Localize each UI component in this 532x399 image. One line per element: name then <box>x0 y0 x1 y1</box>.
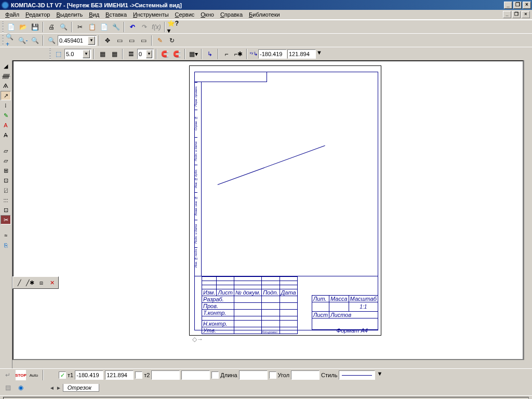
restore-button[interactable]: ❐ <box>513 2 522 9</box>
params-button[interactable]: ⁞ <box>1 101 11 110</box>
t1-x-input[interactable] <box>75 370 103 380</box>
layer-input[interactable] <box>139 51 146 57</box>
state-button-2[interactable]: ▦ <box>109 48 120 60</box>
toolbar-grip[interactable] <box>49 49 51 59</box>
cut-button[interactable]: ✂ <box>74 21 86 33</box>
angle-lock[interactable] <box>269 371 276 379</box>
zoom-prev-button[interactable]: ▭ <box>126 35 137 46</box>
zoom-scale-button[interactable]: 🔍 <box>46 35 57 46</box>
spec-button[interactable]: A̶ <box>1 130 11 140</box>
menu-library[interactable]: Библиотеки <box>246 10 283 19</box>
dimension-button[interactable]: ᚏ <box>1 71 11 81</box>
menu-window[interactable]: Окно <box>197 10 217 19</box>
toolbar-grip[interactable] <box>2 35 4 46</box>
state-button-1[interactable]: ▦ <box>97 48 108 60</box>
toolbar-grip[interactable] <box>2 22 4 32</box>
fx-button[interactable]: f(x) <box>151 21 162 33</box>
minimize-button[interactable]: _ <box>504 2 512 9</box>
tool-h-button[interactable]: ≈ <box>1 231 11 240</box>
trim-1-button[interactable]: ╱ <box>14 278 24 287</box>
paste-button[interactable]: 📄 <box>98 21 110 33</box>
grid-button[interactable]: ▦▾ <box>188 48 199 60</box>
dropdown-icon[interactable]: ▼ <box>88 36 95 45</box>
thickness-combo[interactable]: ▼ <box>64 49 91 59</box>
tool-f-button[interactable]: ::: <box>1 195 11 205</box>
mdi-close-button[interactable]: × <box>522 11 530 18</box>
menu-help[interactable]: Справка <box>217 10 246 19</box>
t2-y-input[interactable] <box>181 370 210 380</box>
layers-button[interactable]: 𝌆 <box>125 48 137 60</box>
select-button[interactable]: A <box>1 121 11 130</box>
ortho-button[interactable]: ↳ <box>204 48 216 60</box>
preview-button[interactable]: 🔍 <box>58 21 69 33</box>
thickness-input[interactable] <box>66 51 83 57</box>
redraw-button[interactable]: ✎ <box>154 35 166 46</box>
style-combo[interactable] <box>339 370 375 380</box>
menu-insert[interactable]: Вставка <box>102 10 130 19</box>
stop-button[interactable]: STOP <box>15 369 26 381</box>
properties-button[interactable]: 🔧 <box>110 21 122 33</box>
measure-button[interactable]: ✎ <box>1 111 11 120</box>
trim-2-button[interactable]: ╱✱ <box>25 278 35 287</box>
undo-button[interactable]: ↶ <box>127 21 138 33</box>
mdi-minimize-button[interactable]: _ <box>503 11 511 18</box>
copy-button[interactable]: 📋 <box>86 21 98 33</box>
trim-3-button[interactable]: ⧇ <box>36 278 46 287</box>
coord-y-input[interactable] <box>287 49 316 59</box>
panel-btn-1[interactable]: ▤ <box>2 382 14 393</box>
apply-button[interactable]: ↵ <box>2 369 14 381</box>
t1-lock[interactable]: ✓ <box>59 371 66 379</box>
dropdown-icon[interactable]: ▼ <box>146 50 152 58</box>
layer-combo[interactable]: ▼ <box>137 49 154 59</box>
tab-next-icon[interactable]: ► <box>56 385 61 391</box>
zoom-combo[interactable]: ▼ <box>58 35 97 46</box>
menu-select[interactable]: Выделить <box>53 10 86 19</box>
menu-tools[interactable]: Инструменты <box>130 10 172 19</box>
mdi-restore-button[interactable]: ❐ <box>512 11 521 18</box>
open-button[interactable]: 📂 <box>17 21 29 33</box>
zoom-fit-button[interactable]: ▭ <box>114 35 125 46</box>
close-button[interactable]: × <box>523 2 531 9</box>
geometry-button[interactable]: ◢ <box>1 61 11 71</box>
horizontal-scrollbar[interactable] <box>12 360 532 368</box>
tool-g-button[interactable]: ⊡ <box>1 205 11 215</box>
t2-x-input[interactable] <box>151 370 180 380</box>
t1-y-input[interactable] <box>105 370 134 380</box>
tool-a-button[interactable]: ▱ <box>1 146 11 155</box>
tab-segment[interactable]: Отрезок <box>63 384 99 392</box>
t2-lock[interactable] <box>135 371 142 379</box>
dropdown-icon[interactable]: ▼ <box>316 49 324 59</box>
zoom-window-button[interactable]: 🔍 <box>29 35 41 46</box>
dropdown-icon[interactable]: ▼ <box>377 370 384 380</box>
redo-button[interactable]: ↷ <box>139 21 150 33</box>
lcs-set-button[interactable]: ⌐✱ <box>233 48 244 60</box>
save-button[interactable]: 💾 <box>29 21 41 33</box>
tool-e-button[interactable]: ⍁ <box>1 185 11 195</box>
length-input[interactable] <box>239 370 268 380</box>
snap-toggle-button[interactable]: 🧲 <box>159 48 170 60</box>
zoom-out-button[interactable]: 🔍- <box>17 35 29 46</box>
menu-edit[interactable]: Редактор <box>22 10 53 19</box>
new-button[interactable]: 📄 <box>5 21 17 33</box>
edit-button[interactable]: ↗ <box>1 91 11 100</box>
drawing-canvas[interactable]: Перв. примен. Справ. № Подп. и дата Инв.… <box>12 60 524 360</box>
line-segment[interactable] <box>218 143 332 185</box>
tool-b-button[interactable]: ▱ <box>1 156 11 165</box>
vertical-scrollbar[interactable] <box>524 60 532 360</box>
length-lock[interactable] <box>211 371 219 379</box>
coord-x-input[interactable] <box>258 49 287 59</box>
auto-button[interactable]: Auto <box>28 369 39 381</box>
trim-4-button[interactable]: ✕ <box>47 278 57 287</box>
refresh-button[interactable]: ↻ <box>166 35 178 46</box>
pan-button[interactable]: ✥ <box>102 35 113 46</box>
menu-service[interactable]: Сервис <box>172 10 198 19</box>
zoom-all-button[interactable]: ▭ <box>138 35 149 46</box>
trim-button[interactable]: ✂ <box>1 215 11 224</box>
layer-button[interactable]: ⬚ <box>52 48 64 60</box>
tool-i-button[interactable]: ⎘ <box>1 241 11 250</box>
tool-d-button[interactable]: ⊡ <box>1 176 11 185</box>
help-button[interactable]: ⭐?▾ <box>167 21 179 33</box>
tab-prev-icon[interactable]: ◄ <box>49 385 55 391</box>
angle-input[interactable] <box>291 370 320 380</box>
dropdown-icon[interactable]: ▼ <box>83 50 90 58</box>
